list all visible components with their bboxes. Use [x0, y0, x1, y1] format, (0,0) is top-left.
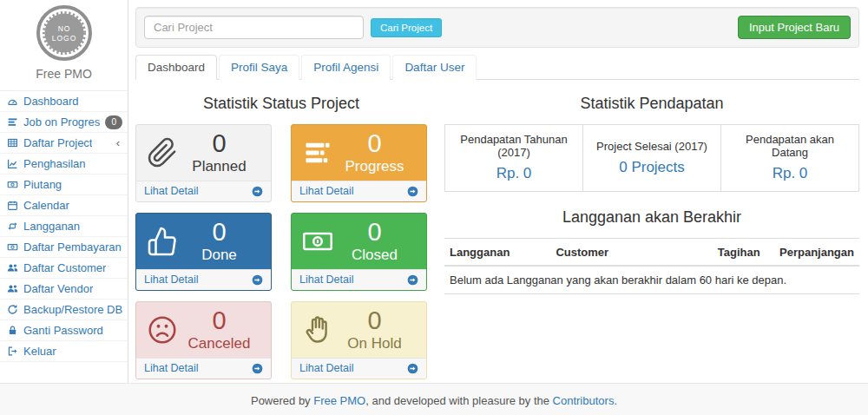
chevron-left-icon: ‹ [116, 137, 122, 148]
sidebar-item-piutang[interactable]: Piutang [0, 175, 128, 195]
lihat-detail-label: Lihat Detail [144, 185, 199, 197]
hand-paper-icon [302, 314, 333, 346]
card-label: Progress [333, 159, 416, 175]
arrow-circle-right-icon [407, 274, 418, 286]
tab-dashboard[interactable]: Dashboard [135, 55, 217, 80]
card-count: 0 [333, 219, 416, 247]
contributors-link[interactable]: Contributors [553, 394, 615, 407]
search-button[interactable]: Cari Project [371, 18, 442, 37]
subs-header-langganan: Langganan [444, 239, 550, 267]
sidebar-item-ganti-password[interactable]: Ganti Password [0, 320, 128, 341]
card-count: 0 [333, 130, 416, 158]
table-row: Belum ada Langganan yang akan berakhir d… [444, 266, 859, 294]
sidebar-item-daftar-vendor[interactable]: Daftar Vendor [0, 279, 128, 300]
revenue-stat-value-link[interactable]: Rp. 0 [450, 165, 577, 182]
sidebar-menu: Dashboard Job on Progress 0 Daftar Proje… [0, 90, 128, 362]
card-count: 0 [178, 307, 260, 335]
main-content: Cari Project Input Project Baru Dashboar… [128, 0, 868, 383]
search-input[interactable] [144, 16, 364, 39]
sidebar-item-job-on-progress[interactable]: Job on Progress 0 [0, 112, 128, 133]
sidebar-item-daftar-customer[interactable]: Daftar Customer [0, 258, 128, 279]
thumbs-up-icon [147, 226, 178, 257]
sidebar-item-label: Langganan [23, 220, 80, 233]
line-chart-icon [7, 158, 18, 169]
revenue-stat-label: Pendapatan akan Datang [727, 133, 853, 159]
card-stats: 0 Planned [178, 130, 260, 175]
sidebar-item-penghasilan[interactable]: Penghasilan [0, 154, 128, 175]
status-section: Statistik Status Project 0 Planned Lihat… [135, 82, 427, 379]
card-done: 0 Done Lihat Detail [135, 213, 272, 291]
project-search-bar: Cari Project Input Project Baru [135, 7, 859, 48]
sidebar-item-label: Penghasilan [23, 157, 86, 170]
revenue-stat-value-link[interactable]: Rp. 0 [727, 165, 853, 182]
revenue-stat-label: Pendapatan Tahunan (2017) [450, 133, 577, 159]
logo: NO LOGO Free PMO [0, 0, 128, 90]
sidebar-item-label: Daftar Pembayaran [23, 240, 122, 254]
table-icon [7, 137, 18, 148]
sidebar-item-dashboard[interactable]: Dashboard [0, 91, 128, 112]
sidebar-item-label: Dashboard [23, 95, 79, 108]
tab-daftar-user[interactable]: Daftar User [392, 55, 477, 80]
card-body: 0 Closed [292, 214, 426, 269]
money-icon [7, 179, 18, 190]
lock-icon [7, 325, 18, 336]
logo-text-line1: NO [57, 24, 70, 33]
logo-text-line2: LOGO [51, 34, 76, 43]
sidebar-item-label: Keluar [23, 345, 56, 358]
lihat-detail-link-closed[interactable]: Lihat Detail [292, 269, 426, 290]
sidebar: NO LOGO Free PMO Dashboard Job on Progre… [0, 0, 128, 383]
tab-profil-agensi[interactable]: Profil Agensi [301, 55, 391, 80]
refresh-icon [7, 304, 18, 315]
revenue-stat-label: Project Selesai (2017) [589, 140, 715, 153]
repeat-icon [7, 221, 18, 232]
job-count-badge: 0 [105, 115, 122, 129]
revenue-cell: Pendapatan akan Datang Rp. 0 [721, 125, 859, 192]
banknote-icon [302, 226, 333, 257]
money-icon [7, 241, 18, 253]
users-icon [7, 283, 18, 294]
lihat-detail-link-on-hold[interactable]: Lihat Detail [292, 358, 426, 379]
lihat-detail-link-canceled[interactable]: Lihat Detail [136, 358, 271, 379]
tab-bar: Dashboard Profil Saya Profil Agensi Daft… [135, 55, 859, 80]
card-stats: 0 Closed [333, 219, 416, 264]
revenue-stat-value-link[interactable]: 0 Projects [589, 159, 715, 176]
lihat-detail-link-done[interactable]: Lihat Detail [136, 269, 271, 290]
lihat-detail-label: Lihat Detail [144, 362, 199, 374]
card-stats: 0 Done [178, 219, 260, 264]
sidebar-item-label: Backup/Restore DB [23, 303, 122, 316]
sidebar-item-label: Piutang [23, 178, 62, 191]
dashboard-content: Statistik Status Project 0 Planned Lihat… [135, 80, 859, 379]
sidebar-item-keluar[interactable]: Keluar [0, 341, 128, 362]
card-progress: 0 Progress Lihat Detail [291, 124, 427, 202]
card-body: 0 Done [136, 214, 271, 269]
arrow-circle-right-icon [407, 186, 418, 197]
users-icon [7, 262, 18, 273]
sidebar-item-langganan[interactable]: Langganan [0, 216, 128, 237]
sidebar-item-daftar-pembayaran[interactable]: Daftar Pembayaran [0, 237, 128, 258]
sidebar-item-calendar[interactable]: Calendar [0, 195, 128, 216]
arrow-circle-right-icon [252, 274, 263, 286]
subs-empty-message: Belum ada Langganan yang akan berakhir d… [444, 266, 859, 294]
tasks-icon [7, 116, 18, 128]
lihat-detail-link-progress[interactable]: Lihat Detail [292, 181, 426, 201]
footer-text-middle: , and developed with pleasure by the [365, 394, 552, 407]
subs-header-tagihan: Tagihan [713, 239, 774, 267]
lihat-detail-label: Lihat Detail [299, 362, 354, 374]
page-footer: Powered by Free PMO, and developed with … [0, 383, 868, 415]
card-stats: 0 On Hold [333, 307, 416, 352]
sidebar-item-label: Daftar Project [23, 136, 92, 149]
new-project-button[interactable]: Input Project Baru [738, 16, 851, 39]
calendar-icon [7, 200, 18, 211]
sidebar-item-daftar-project[interactable]: Daftar Project ‹ [0, 133, 128, 154]
card-label: On Hold [333, 336, 416, 352]
free-pmo-link[interactable]: Free PMO [313, 394, 365, 407]
card-stats: 0 Canceled [178, 307, 260, 352]
lihat-detail-link-planned[interactable]: Lihat Detail [136, 181, 271, 201]
status-section-title: Statistik Status Project [135, 95, 427, 113]
tab-profil-saya[interactable]: Profil Saya [219, 55, 299, 80]
dashboard-icon [7, 96, 18, 107]
lihat-detail-label: Lihat Detail [144, 273, 199, 286]
card-label: Done [178, 247, 260, 264]
sidebar-item-backup-restore-db[interactable]: Backup/Restore DB [0, 300, 128, 320]
card-body: 0 On Hold [292, 302, 426, 358]
